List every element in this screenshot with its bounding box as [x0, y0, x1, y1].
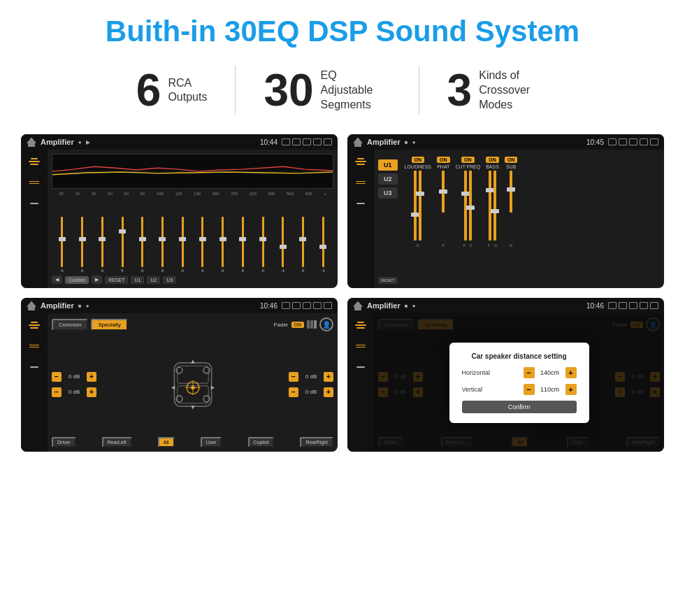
on-bass[interactable]: ON	[486, 157, 499, 163]
back-icon-2[interactable]	[650, 138, 658, 145]
on-cutfreq[interactable]: ON	[461, 157, 475, 163]
vol-minus-3[interactable]: −	[289, 372, 298, 382]
left-sidebar-crossover	[347, 150, 374, 288]
fader-on-badge[interactable]: ON	[291, 322, 305, 328]
sub-slider[interactable]	[510, 171, 512, 213]
screenshot-distance: Amplifier ■ ● 10:46	[347, 298, 664, 452]
vol-minus-1[interactable]: −	[52, 372, 62, 382]
on-phat[interactable]: ON	[437, 157, 450, 163]
loudness-slider-1[interactable]	[414, 171, 417, 241]
vertical-minus[interactable]: −	[524, 384, 535, 395]
eq-slider-4[interactable]: 0	[134, 217, 152, 273]
vertical-plus[interactable]: +	[565, 384, 577, 395]
vol-plus-3[interactable]: +	[324, 372, 333, 382]
eq-icon-3[interactable]	[27, 319, 42, 331]
phat-slider[interactable]	[442, 171, 445, 213]
vol-plus-2[interactable]: +	[87, 387, 96, 397]
rear-left-btn[interactable]: RearLeft	[102, 437, 132, 447]
speaker-icon-2[interactable]	[353, 197, 368, 210]
freq-63: 63	[124, 192, 129, 196]
wave-icon-4[interactable]	[353, 340, 368, 352]
eq-prev-btn[interactable]: ◀	[52, 275, 62, 284]
vol-icon-3	[292, 302, 301, 309]
eq-slider-13[interactable]: -1	[314, 217, 332, 273]
eq-slider-12[interactable]: 0	[294, 217, 312, 273]
eq-u2-btn[interactable]: U2	[147, 276, 160, 284]
eq-slider-10[interactable]: 0	[254, 217, 272, 273]
vol-row-4: − 0 dB +	[289, 387, 333, 397]
eq-slider-6[interactable]: 0	[173, 217, 192, 273]
u1-button[interactable]: U1	[378, 159, 398, 171]
cutfreq-slider-2[interactable]	[469, 171, 472, 241]
horizontal-minus[interactable]: −	[524, 367, 535, 378]
vol-plus-4[interactable]: +	[324, 387, 333, 397]
wave-icon-3[interactable]	[27, 340, 42, 352]
home-icon-4[interactable]	[353, 301, 363, 310]
home-icon-2[interactable]	[353, 137, 363, 147]
vol-plus-1[interactable]: +	[87, 372, 96, 382]
eq-slider-8[interactable]: 0	[214, 217, 232, 273]
back-icon[interactable]	[324, 138, 332, 145]
eq-reset-btn[interactable]: RESET	[105, 276, 128, 284]
u2-button[interactable]: U2	[378, 173, 398, 185]
app-name-distance: Amplifier	[367, 301, 401, 310]
stat-eq: 30 EQ AdjustableSegments	[236, 68, 418, 113]
driver-btn[interactable]: Driver	[52, 437, 76, 447]
bass-slider-1[interactable]	[489, 171, 491, 241]
stat-crossover: 3 Kinds ofCrossover Modes	[419, 68, 577, 113]
eq-play-btn[interactable]: ▶	[92, 275, 102, 284]
confirm-button[interactable]: Confirm	[462, 401, 577, 413]
copilot-btn[interactable]: Copilot	[248, 437, 275, 447]
eq-slider-1[interactable]: 0	[73, 217, 92, 273]
eq-slider-0[interactable]: 0	[53, 217, 71, 273]
wave-icon[interactable]	[27, 176, 42, 189]
all-btn[interactable]: All	[158, 437, 175, 447]
eq-slider-9[interactable]: 0	[233, 217, 252, 273]
back-icon-3[interactable]	[324, 302, 332, 309]
vol-minus-4[interactable]: −	[289, 387, 298, 397]
u-buttons: U1 U2 U3 RESET	[378, 154, 398, 284]
eq-icon-2[interactable]	[353, 155, 368, 168]
dots-fader: ■ ●	[78, 303, 91, 309]
tab-specialty[interactable]: Specialty	[91, 319, 127, 331]
status-icons-eq	[282, 138, 332, 145]
eq-icon-4[interactable]	[353, 319, 368, 331]
eq-custom-btn[interactable]: Custom	[65, 276, 89, 284]
eq-slider-5[interactable]: 0	[154, 217, 172, 273]
on-loudness[interactable]: ON	[412, 157, 425, 163]
bass-slider-2[interactable]	[493, 171, 496, 241]
speaker-icon-3[interactable]	[27, 361, 42, 373]
home-icon-3[interactable]	[27, 301, 36, 310]
main-title: Buith-in 30EQ DSP Sound System	[21, 14, 664, 49]
horizontal-plus[interactable]: +	[565, 367, 577, 378]
speaker-icon[interactable]	[27, 197, 42, 210]
freq-100: 100	[157, 192, 164, 196]
eq-slider-11[interactable]: -1	[274, 217, 292, 273]
u3-button[interactable]: U3	[378, 187, 398, 199]
eq-slider-2[interactable]: 0	[93, 217, 111, 273]
distance-content: Common Specialty Fader ON 👤	[347, 313, 664, 452]
wave-icon-2[interactable]	[353, 176, 368, 189]
back-icon-4[interactable]	[650, 302, 658, 309]
eq-u3-btn[interactable]: U3	[163, 276, 176, 284]
status-bar-fader: Amplifier ■ ● 10:46	[21, 298, 338, 313]
bass-label: BASS	[486, 164, 499, 169]
reset-button[interactable]: RESET	[378, 277, 398, 284]
loudness-slider-2[interactable]	[419, 171, 421, 241]
eq-content: 25 32 40 50 63 80 100 125 160 200 250	[21, 150, 338, 288]
eq-u1-btn[interactable]: U1	[131, 276, 144, 284]
status-bar-distance: Amplifier ■ ● 10:46	[347, 298, 664, 313]
on-sub[interactable]: ON	[505, 157, 518, 163]
person-icon[interactable]: 👤	[319, 317, 333, 331]
eq-icon[interactable]	[27, 155, 42, 168]
speaker-icon-4[interactable]	[353, 361, 368, 373]
eq-slider-7[interactable]: 0	[194, 217, 212, 273]
home-icon[interactable]	[27, 137, 36, 147]
eq-slider-3[interactable]: 5	[113, 217, 131, 273]
stat-label-rca: RCAOutputs	[168, 76, 207, 106]
vol-minus-2[interactable]: −	[52, 387, 62, 397]
tab-common[interactable]: Common	[52, 319, 88, 331]
vol-value-3: 0 dB	[301, 373, 321, 380]
user-btn[interactable]: User	[201, 437, 222, 447]
rear-right-btn[interactable]: RearRight	[300, 437, 333, 447]
